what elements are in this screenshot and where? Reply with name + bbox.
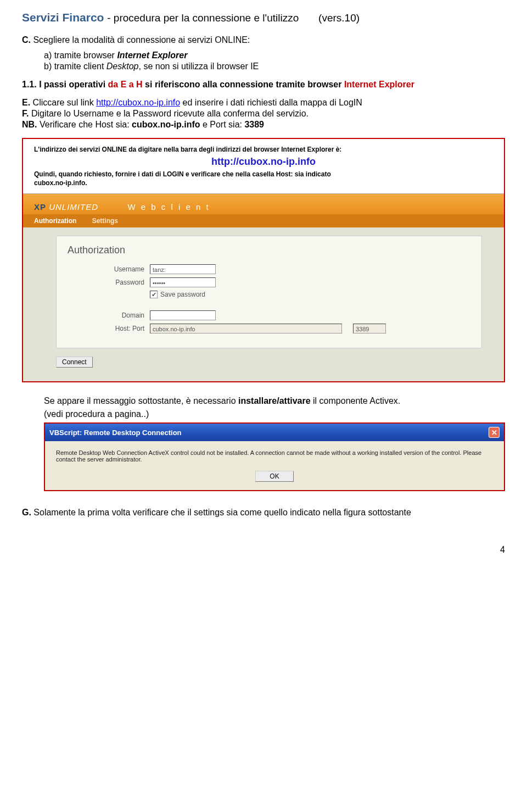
input-password[interactable]: •••••• xyxy=(150,277,216,287)
dialog-body: Remote Desktop Web Connection ActiveX co… xyxy=(45,441,504,490)
step-e-prefix: E. xyxy=(22,98,30,107)
input-domain[interactable] xyxy=(150,310,216,320)
ss1-quindi1: Quindi, quando richiesto, fornire i dati… xyxy=(34,170,493,178)
opt-b-rest: , se non si utilizza il browser IE xyxy=(139,62,259,71)
close-icon[interactable]: ✕ xyxy=(489,427,500,438)
step-g-text: Solamente la prima volta verificare che … xyxy=(31,508,411,517)
step11-red2: Internet Explorer xyxy=(344,80,414,89)
ss1-instructions: L'indirizzo dei servizi ONLINE da digita… xyxy=(23,139,504,193)
ss1-quindi2: cubox.no-ip.info. xyxy=(34,179,493,187)
title-vers: (vers.10) xyxy=(318,12,360,24)
ss1-url: http://cubox.no-ip.info xyxy=(34,156,493,168)
doc-header: Servizi Finarco - procedura per la conne… xyxy=(22,11,505,24)
screenshot-auth-panel: L'indirizzo dei servizi ONLINE da digita… xyxy=(22,138,505,382)
after-ss1-bold: installare/attivare xyxy=(238,396,311,405)
step-f-prefix: F. xyxy=(22,109,29,118)
xp-logo-xp: XP xyxy=(34,202,46,212)
opt-b-pre: b) tramite client xyxy=(44,62,106,71)
step-e: E. Cliccare sul link http://cubox.no-ip.… xyxy=(22,98,505,108)
step-g-prefix: G. xyxy=(22,508,31,517)
options-block: a) tramite browser Internet Explorer b) … xyxy=(44,51,505,71)
section-c-prefix: C. xyxy=(22,35,31,45)
lbl-save-password: Save password xyxy=(160,291,205,298)
input-port[interactable]: 3389 xyxy=(353,324,386,333)
row-password: Password •••••• xyxy=(68,277,470,287)
row-hostport: Host: Port cubox.no-ip.info 3389 xyxy=(68,324,470,333)
webclient-label: W e b c l i e n t xyxy=(127,202,210,212)
step11-mid: si riferiscono alla connessione tramite … xyxy=(143,80,344,89)
tab-authorization[interactable]: Authorization xyxy=(34,217,76,225)
connect-row: Connect xyxy=(56,357,504,368)
step-1-1: 1.1. I passi operativi da E a H si rifer… xyxy=(44,80,505,90)
nb-and: e Port sia: xyxy=(200,120,245,129)
page-number: 4 xyxy=(22,545,505,555)
screenshot-vbscript-dialog: VBScript: Remote Desktop Connection ✕ Re… xyxy=(44,422,505,491)
title-main: Servizi Finarco xyxy=(22,11,104,24)
xp-logo-rest: UNLIMITED xyxy=(46,202,98,212)
nb-label: NB. xyxy=(22,120,37,129)
input-username[interactable]: tanz: xyxy=(150,264,216,274)
step-g: G. Solamente la prima volta verificare c… xyxy=(22,508,505,518)
checkbox-save-password[interactable]: ✔ xyxy=(150,291,158,298)
ss1-bottom-strip xyxy=(23,376,504,381)
xp-header-bar: XP UNLIMITED W e b c l i e n t xyxy=(23,194,504,214)
ss1-panel: XP UNLIMITED W e b c l i e n t Authoriza… xyxy=(23,193,504,381)
opt-a-pre: a) tramite browser xyxy=(44,51,117,60)
ss1-intro: L'indirizzo dei servizi ONLINE da digita… xyxy=(34,146,493,153)
dialog-ok-row: OK xyxy=(56,471,493,482)
nb-rest: Verificare che Host sia: xyxy=(37,120,132,129)
tab-settings[interactable]: Settings xyxy=(92,217,118,225)
section-c-text: Scegliere la modalità di connessione ai … xyxy=(31,35,250,45)
after-ss1: Se appare il messaggio sottostante, è ne… xyxy=(44,396,505,406)
nb-host: cubox.no-ip.info xyxy=(132,120,200,129)
step-e-link[interactable]: http://cubox.no-ip.info xyxy=(96,98,180,107)
dialog-titlebar: VBScript: Remote Desktop Connection ✕ xyxy=(45,424,504,441)
xp-logo: XP UNLIMITED xyxy=(34,202,98,212)
auth-form: Authorization Username tanz: Password ••… xyxy=(56,236,482,348)
row-domain: Domain xyxy=(68,310,470,320)
lbl-username: Username xyxy=(68,265,150,273)
step-f-nb: NB. Verificare che Host sia: cubox.no-ip… xyxy=(22,120,505,130)
xp-tabs: Authorization Settings xyxy=(23,214,504,227)
input-host[interactable]: cubox.no-ip.info xyxy=(150,324,342,333)
dialog-message: Remote Desktop Web Connection ActiveX co… xyxy=(56,449,493,463)
connect-button[interactable]: Connect xyxy=(56,357,93,368)
after-ss1-post: il componente Activex. xyxy=(311,396,401,405)
opt-b-em: Desktop xyxy=(106,62,139,71)
step-f-line1: Digitare lo Username e la Password ricev… xyxy=(29,109,309,118)
step11-num: 1.1. xyxy=(22,80,37,89)
lbl-hostport: Host: Port xyxy=(68,325,150,332)
step-e-pre: Cliccare sul link xyxy=(30,98,96,107)
step-f: F. Digitare lo Username e la Password ri… xyxy=(22,109,505,119)
after-ss1-small: (vedi procedura a pagina..) xyxy=(44,409,505,419)
section-c: C. Scegliere la modalità di connessione … xyxy=(22,35,505,45)
ok-button[interactable]: OK xyxy=(255,471,293,482)
dialog-title: VBScript: Remote Desktop Connection xyxy=(49,429,182,437)
title-dash: - xyxy=(107,12,114,24)
row-savepwd: ✔ Save password xyxy=(68,291,470,298)
title-sub: procedura per la connessione e l'utilizz… xyxy=(114,12,299,24)
nb-port: 3389 xyxy=(244,120,264,129)
step11-pre: I passi operativi xyxy=(37,80,108,89)
lbl-domain: Domain xyxy=(68,312,150,319)
lbl-password: Password xyxy=(68,279,150,286)
opt-a-em: Internet Explorer xyxy=(117,51,187,60)
row-username: Username tanz: xyxy=(68,264,470,274)
auth-form-title: Authorization xyxy=(68,244,470,256)
step-e-post: ed inserire i dati richiesti dalla mappa… xyxy=(180,98,362,107)
step11-red1: da E a H xyxy=(108,80,143,89)
after-ss1-pre: Se appare il messaggio sottostante, è ne… xyxy=(44,396,238,405)
